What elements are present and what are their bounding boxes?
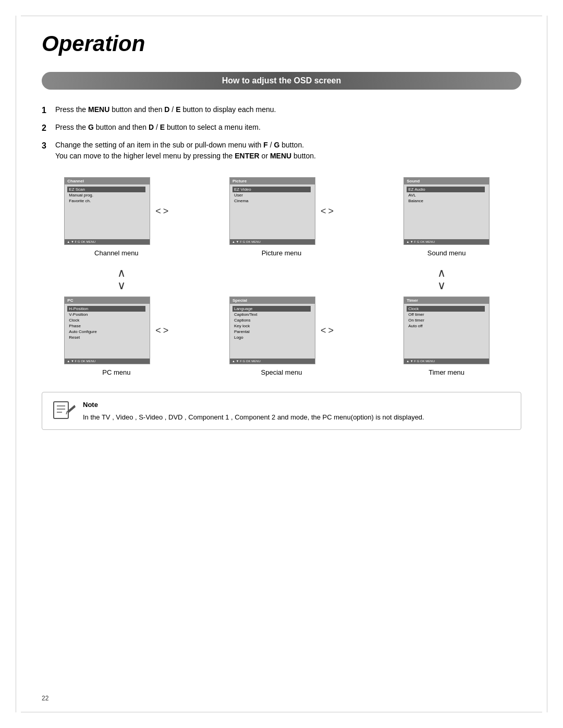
channel-item-2: Favorite ch. bbox=[69, 198, 145, 204]
pc-item-4: Auto Configure bbox=[69, 329, 145, 335]
instruction-2: 2 Press the G button and then D / E butt… bbox=[42, 122, 521, 134]
note-svg-icon bbox=[52, 400, 77, 421]
pc-menu-cell: PC H-Position V-Position Clock Phase Aut… bbox=[42, 297, 191, 376]
special-item-2: Captions bbox=[234, 317, 311, 323]
border-left bbox=[16, 16, 16, 712]
note-icon bbox=[52, 400, 77, 421]
note-content: Note In the TV , Video , S-Video , DVD ,… bbox=[83, 400, 424, 422]
menus-row2: PC H-Position V-Position Clock Phase Aut… bbox=[42, 297, 521, 376]
special-menu-label: Special menu bbox=[261, 368, 302, 376]
special-item-5: Logo bbox=[234, 335, 311, 340]
picture-nav-arrows: < > bbox=[321, 206, 334, 217]
sound-item-2: Balance bbox=[408, 198, 485, 204]
timer-item-0: Clock bbox=[407, 306, 485, 312]
channel-right-arrow: > bbox=[163, 206, 169, 217]
picture-item-0: EZ Video bbox=[232, 187, 311, 192]
up-arrow-left: ∧ bbox=[117, 267, 126, 279]
step-3-text: Change the setting of an item in the sub… bbox=[55, 140, 316, 162]
channel-menu-label: Channel menu bbox=[94, 249, 139, 257]
picture-bottom-text: ▲ ▼ F G OK MENU bbox=[232, 240, 261, 243]
step-1-num: 1 bbox=[42, 104, 52, 117]
sound-bottom-bar: ▲ ▼ F G OK MENU bbox=[404, 239, 489, 244]
pc-body: H-Position V-Position Clock Phase Auto C… bbox=[65, 304, 150, 342]
svg-line-5 bbox=[66, 411, 67, 414]
pc-item-3: Phase bbox=[69, 323, 145, 329]
sound-item-1: AVL bbox=[408, 192, 485, 198]
left-vertical-arrows: ∧ ∨ bbox=[117, 267, 126, 291]
channel-item-0: EZ Scan bbox=[67, 187, 145, 192]
special-item-0: Language bbox=[232, 306, 311, 312]
pc-screen-wrapper: PC H-Position V-Position Clock Phase Aut… bbox=[42, 297, 191, 364]
sound-menu-cell: Sound EZ Audio AVL Balance ▲ ▼ F G OK ME… bbox=[372, 177, 521, 257]
special-body: Language Caption/Text Captions Key lock … bbox=[230, 304, 315, 342]
vertical-nav-left: ∧ ∨ bbox=[42, 267, 202, 291]
timer-item-1: Off timer bbox=[408, 312, 485, 317]
instructions: 1 Press the MENU button and then D / E b… bbox=[42, 104, 521, 162]
special-item-4: Parental bbox=[234, 329, 311, 335]
up-arrow-right: ∧ bbox=[437, 267, 446, 279]
timer-screen-wrapper: Timer Clock Off timer On timer Auto off … bbox=[372, 297, 521, 364]
sound-screen: Sound EZ Audio AVL Balance ▲ ▼ F G OK ME… bbox=[403, 177, 489, 245]
pc-header: PC bbox=[65, 297, 150, 304]
special-screen-wrapper: Special Language Caption/Text Captions K… bbox=[207, 297, 357, 364]
note-title: Note bbox=[83, 400, 424, 410]
sound-screen-wrapper: Sound EZ Audio AVL Balance ▲ ▼ F G OK ME… bbox=[372, 177, 521, 245]
special-right-arrow: > bbox=[328, 325, 334, 336]
border-right bbox=[547, 16, 547, 712]
special-item-3: Key lock bbox=[234, 323, 311, 329]
pc-item-2: Clock bbox=[69, 317, 145, 323]
channel-body: EZ Scan Manual prog. Favorite ch. bbox=[65, 184, 150, 206]
picture-header: Picture bbox=[230, 178, 315, 184]
down-arrow-right: ∨ bbox=[437, 280, 446, 291]
picture-menu-cell: Picture EZ Video User Cinema ▲ ▼ F G OK … bbox=[207, 177, 357, 257]
menus-row1: Channel EZ Scan Manual prog. Favorite ch… bbox=[42, 177, 521, 257]
special-bottom-text: ▲ ▼ F G OK MENU bbox=[232, 360, 261, 363]
channel-menu-cell: Channel EZ Scan Manual prog. Favorite ch… bbox=[42, 177, 191, 257]
pc-bottom-text: ▲ ▼ F G OK MENU bbox=[67, 360, 95, 363]
vertical-nav-between-rows: ∧ ∨ ∧ ∨ bbox=[42, 267, 521, 291]
timer-bottom-text: ▲ ▼ F G OK MENU bbox=[406, 360, 435, 363]
special-screen: Special Language Caption/Text Captions K… bbox=[229, 297, 315, 364]
special-item-1: Caption/Text bbox=[234, 312, 311, 317]
picture-item-1: User bbox=[234, 192, 311, 198]
note-container: Note In the TV , Video , S-Video , DVD ,… bbox=[42, 392, 521, 430]
pc-menu-label: PC menu bbox=[102, 368, 130, 376]
channel-screen-wrapper: Channel EZ Scan Manual prog. Favorite ch… bbox=[42, 177, 191, 245]
channel-item-1: Manual prog. bbox=[69, 192, 145, 198]
right-vertical-arrows: ∧ ∨ bbox=[437, 267, 446, 291]
timer-menu-label: Timer menu bbox=[429, 368, 464, 376]
page-border-top bbox=[21, 16, 542, 16]
picture-body: EZ Video User Cinema bbox=[230, 184, 315, 206]
page-number: 22 bbox=[42, 695, 48, 702]
step-1-text: Press the MENU button and then D / E but… bbox=[55, 104, 276, 115]
sound-body: EZ Audio AVL Balance bbox=[404, 184, 489, 206]
step-2-num: 2 bbox=[42, 122, 52, 134]
timer-screen: Timer Clock Off timer On timer Auto off … bbox=[403, 297, 489, 364]
channel-screen: Channel EZ Scan Manual prog. Favorite ch… bbox=[64, 177, 150, 245]
special-header: Special bbox=[230, 297, 315, 304]
sound-menu-label: Sound menu bbox=[427, 249, 466, 257]
step-3-num: 3 bbox=[42, 140, 52, 152]
special-menu-cell: Special Language Caption/Text Captions K… bbox=[207, 297, 357, 376]
instruction-1: 1 Press the MENU button and then D / E b… bbox=[42, 104, 521, 117]
timer-body: Clock Off timer On timer Auto off bbox=[404, 304, 489, 331]
picture-screen-wrapper: Picture EZ Video User Cinema ▲ ▼ F G OK … bbox=[207, 177, 357, 245]
sound-item-0: EZ Audio bbox=[407, 187, 485, 192]
pc-screen: PC H-Position V-Position Clock Phase Aut… bbox=[64, 297, 150, 364]
pc-right-arrow: > bbox=[163, 325, 169, 336]
note-text: In the TV , Video , S-Video , DVD , Comp… bbox=[83, 412, 424, 423]
svg-rect-0 bbox=[54, 402, 68, 418]
timer-header: Timer bbox=[404, 297, 489, 304]
channel-bottom-text: ▲ ▼ F G OK MENU bbox=[67, 240, 95, 243]
sound-header: Sound bbox=[404, 178, 489, 184]
channel-nav-arrows: < > bbox=[155, 206, 168, 217]
channel-bottom-bar: ▲ ▼ F G OK MENU bbox=[65, 239, 150, 244]
pc-bottom-bar: ▲ ▼ F G OK MENU bbox=[65, 359, 150, 364]
picture-bottom-bar: ▲ ▼ F G OK MENU bbox=[230, 239, 315, 244]
picture-menu-label: Picture menu bbox=[262, 249, 302, 257]
pc-item-5: Reset bbox=[69, 335, 145, 340]
page-title: Operation bbox=[42, 31, 521, 56]
pc-item-0: H-Position bbox=[67, 306, 145, 312]
pc-left-arrow: < bbox=[155, 325, 161, 336]
picture-right-arrow: > bbox=[328, 206, 334, 217]
